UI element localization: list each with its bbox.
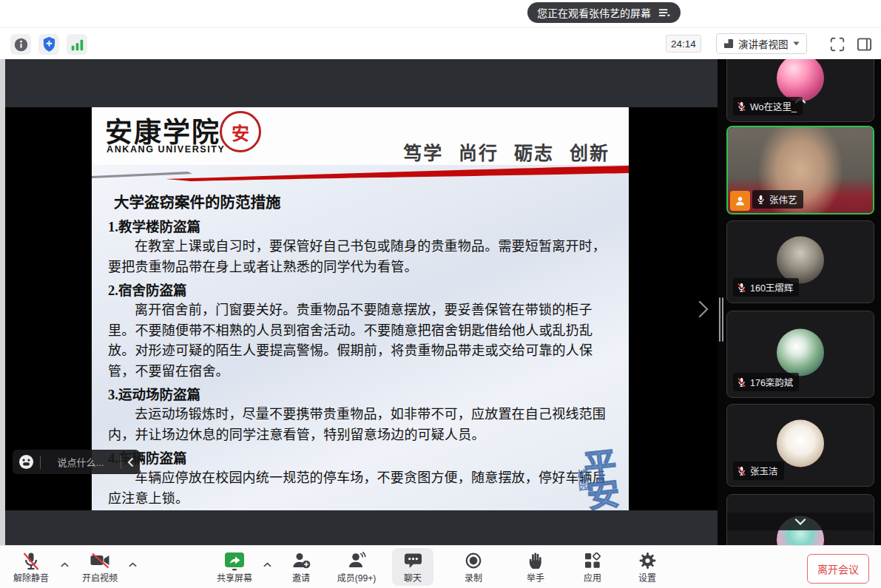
- record-icon: [465, 552, 482, 570]
- chat-icon: [404, 552, 422, 570]
- slide-watermark-small: 校园: [573, 468, 591, 492]
- participant-tile[interactable]: 张玉洁: [726, 404, 874, 487]
- chevron-down-icon: [794, 518, 806, 525]
- settings-gear-icon: [638, 552, 657, 570]
- participant-label: 176栾韵斌: [733, 373, 799, 391]
- participant-label: Wo在这里_: [733, 97, 803, 115]
- invite-icon: [292, 552, 311, 570]
- university-name-en: ANKANG UNIVERSITY: [107, 144, 226, 155]
- settings-label: 设置: [638, 571, 656, 584]
- mic-muted-icon: [22, 552, 40, 571]
- raise-hand-icon: [527, 552, 544, 570]
- raise-hand-label: 举手: [527, 571, 544, 584]
- participant-tile[interactable]: Wo在这里_: [726, 59, 874, 122]
- meeting-window: 您正在观看张伟艺的屏幕: [0, 0, 881, 588]
- members-button[interactable]: 成员(99+): [328, 548, 385, 587]
- record-button[interactable]: 录制: [445, 548, 502, 587]
- emoji-button[interactable]: [18, 454, 34, 470]
- participant-label: 160王熠辉: [733, 278, 799, 297]
- info-icon: [13, 37, 29, 53]
- slide-header: 安康学院 ANKANG UNIVERSITY 安 笃学 尚行 砺志 创新: [92, 107, 629, 165]
- overlay-divider: [40, 456, 41, 469]
- chevron-right-icon: [698, 300, 709, 318]
- participant-tile[interactable]: 160王熠辉: [726, 220, 874, 303]
- mic-muted-icon: [737, 377, 746, 388]
- collapse-left-icon[interactable]: [127, 457, 134, 467]
- network-stats-button[interactable]: [67, 34, 87, 55]
- chat-button[interactable]: 聊天: [385, 548, 441, 587]
- slide-title: 大学盗窃案件的防范措施: [114, 190, 612, 212]
- settings-button[interactable]: 设置: [619, 548, 675, 587]
- participant-name: 176栾韵斌: [750, 375, 793, 389]
- toolbar-row: 24:14 演讲者视图: [0, 27, 881, 59]
- slide-divider-swoosh: [92, 163, 629, 183]
- section-heading: 2.宿舍防盗篇: [108, 280, 612, 299]
- scroll-down-control[interactable]: [727, 513, 874, 530]
- participant-label: 张玉洁: [733, 462, 784, 480]
- participant-tile[interactable]: [726, 494, 874, 545]
- meeting-info-button[interactable]: [10, 34, 31, 55]
- shared-screen-stage: 安康学院 ANKANG UNIVERSITY 安 笃学 尚行 砺志 创新 大学盗…: [0, 59, 718, 545]
- side-panel-toggle-button[interactable]: [854, 34, 874, 54]
- banner-menu-icon[interactable]: [658, 7, 671, 18]
- speaker-view-icon: [723, 38, 734, 49]
- bottom-toolbar: 解除静音 开启视频 共享屏幕: [0, 545, 881, 588]
- chat-input-collapsed[interactable]: 说点什么...: [47, 455, 115, 469]
- fullscreen-button[interactable]: [827, 34, 847, 54]
- fullscreen-icon: [829, 36, 845, 53]
- start-video-button[interactable]: 开启视频: [72, 548, 128, 587]
- unmute-button[interactable]: 解除静音: [3, 548, 59, 587]
- meeting-timer: 24:14: [666, 35, 701, 53]
- record-label: 录制: [465, 571, 482, 584]
- section-heading: 3.运动场防盗篇: [108, 384, 612, 403]
- presentation-slide: 安康学院 ANKANG UNIVERSITY 安 笃学 尚行 砺志 创新 大学盗…: [92, 107, 629, 510]
- avatar: [777, 328, 824, 376]
- presenter-person-icon: [735, 195, 746, 206]
- invite-label: 邀请: [292, 571, 310, 584]
- avatar: [777, 236, 824, 283]
- sidebar-resize-handle[interactable]: [719, 297, 724, 342]
- start-video-label: 开启视频: [82, 571, 118, 584]
- video-options-chevron[interactable]: [127, 561, 138, 568]
- avatar: [777, 419, 824, 467]
- mic-muted-icon: [737, 466, 746, 476]
- members-icon: [348, 552, 366, 570]
- section-body: 去运动场锻炼时，尽量不要携带贵重物品，如非带不可，应放置在自己视线范围内，并让场…: [108, 405, 612, 445]
- participant-tile-active-speaker[interactable]: 张伟艺: [726, 126, 874, 214]
- security-button[interactable]: [38, 34, 59, 55]
- hamburger-icon: [658, 7, 671, 18]
- share-screen-button[interactable]: 共享屏幕: [206, 548, 263, 587]
- university-motto: 笃学 尚行 砺志 创新: [403, 138, 610, 165]
- raise-hand-button[interactable]: 举手: [507, 548, 564, 587]
- leave-meeting-button[interactable]: 离开会议: [807, 554, 869, 584]
- caret-down-icon: [793, 41, 800, 46]
- apps-label: 应用: [584, 571, 601, 584]
- audio-options-chevron[interactable]: [59, 561, 70, 568]
- share-options-chevron[interactable]: [262, 561, 272, 568]
- view-mode-label: 演讲者视图: [738, 36, 789, 51]
- expand-right-arrow[interactable]: [698, 300, 709, 321]
- side-panel-icon: [856, 36, 873, 53]
- left-edge-strip: [0, 59, 5, 545]
- view-mode-button[interactable]: 演讲者视图: [716, 33, 807, 54]
- presenter-badge: [730, 191, 750, 211]
- slide-body: 大学盗窃案件的防范措施 1.教学楼防盗篇 在教室上课或自习时，要保管好自己书包或…: [92, 183, 629, 510]
- invite-button[interactable]: 邀请: [273, 548, 329, 587]
- mic-muted-icon: [737, 283, 746, 293]
- apps-icon: [584, 552, 601, 570]
- section-body: 在教室上课或自习时，要保管好自己书包或随身的贵重物品。需要短暂离开时，要把贵重物…: [108, 237, 612, 277]
- apps-button[interactable]: 应用: [564, 548, 621, 587]
- section-heading: 1.教学楼防盗篇: [108, 216, 612, 235]
- section-body: 车辆应停放在校园内统一规范的停车场，不要贪图方便，随意摆放，停好车辆后应注意上锁…: [108, 468, 612, 509]
- camera-off-icon: [90, 552, 110, 570]
- section-heading: 4.车辆防盗篇: [108, 447, 612, 467]
- participant-name: 160王熠辉: [750, 280, 793, 294]
- viewer-banner: 您正在观看张伟艺的屏幕: [527, 2, 681, 23]
- mic-muted-icon: [737, 101, 746, 112]
- quick-chat-overlay: 说点什么...: [13, 450, 140, 474]
- shield-plus-icon: [41, 36, 57, 53]
- participant-tile[interactable]: 176栾韵斌: [726, 311, 874, 398]
- top-banner-bar: 您正在观看张伟艺的屏幕: [0, 0, 881, 27]
- participant-label: 张伟艺: [752, 190, 803, 209]
- chat-label: 聊天: [404, 571, 422, 584]
